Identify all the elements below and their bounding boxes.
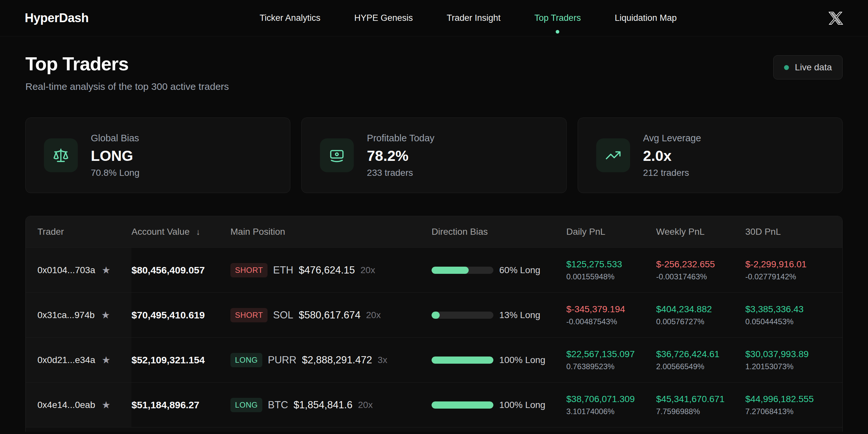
table-row[interactable]: 0x31ca...974b ★ $70,495,410.619 SHORT SO…: [26, 292, 842, 337]
bias-bar-track: [432, 356, 493, 364]
column-header-main-position[interactable]: Main Position: [230, 227, 432, 237]
page-content: Top Traders Real-time analysis of the to…: [0, 53, 868, 432]
daily-pnl-value: $38,706,071.309: [566, 394, 656, 404]
app-logo[interactable]: HyperDash: [25, 11, 89, 25]
direction-bias-cell: 100% Long: [432, 355, 566, 365]
nav-trader-insight[interactable]: Trader Insight: [446, 13, 501, 23]
daily-pnl-value: $22,567,135.097: [566, 349, 656, 360]
table-row[interactable]: 0x4e14...0eab ★ $51,184,896.27 LONG BTC …: [26, 382, 842, 427]
position-leverage: 3x: [377, 355, 387, 365]
monthly-pnl-cell: $3,385,336.43 0.05044453%: [745, 304, 842, 326]
position-leverage: 20x: [360, 265, 375, 275]
nav-ticker-analytics[interactable]: Ticker Analytics: [260, 13, 320, 23]
column-header-direction-bias[interactable]: Direction Bias: [432, 227, 566, 237]
main-position-cell: SHORT SOL $580,617.674 20x: [230, 308, 432, 322]
side-badge: LONG: [230, 398, 262, 412]
weekly-pnl-cell: $36,726,424.61 2.00566549%: [656, 349, 745, 371]
side-badge: SHORT: [230, 263, 268, 277]
active-tab-dot-icon: [556, 30, 559, 34]
stat-text-block: Avg Leverage 2.0x 212 traders: [643, 133, 701, 178]
account-value: $70,495,410.619: [131, 310, 205, 320]
weekly-pnl-cell: $45,341,670.671 7.7596988%: [656, 394, 745, 416]
daily-pnl-value: $-345,379.194: [566, 304, 656, 314]
star-icon[interactable]: ★: [101, 309, 110, 321]
trader-cell: 0x0d21...e34a ★: [26, 338, 131, 382]
star-icon[interactable]: ★: [102, 265, 111, 276]
column-header-30d-pnl[interactable]: 30D PnL: [745, 227, 842, 237]
stat-label: Avg Leverage: [643, 133, 701, 144]
star-icon[interactable]: ★: [102, 399, 111, 410]
bias-bar-fill: [432, 312, 440, 319]
table-row[interactable]: 0x0d21...e34a ★ $52,109,321.154 LONG PUR…: [26, 337, 842, 382]
trader-address: 0x0d21...e34a: [37, 355, 95, 365]
position-leverage: 20x: [358, 400, 373, 410]
banknote-icon: [320, 138, 354, 172]
page-subtitle: Real-time analysis of the top 300 active…: [25, 81, 229, 92]
table-row[interactable]: 0x0104...703a ★ $80,456,409.057 SHORT ET…: [26, 247, 842, 292]
column-header-account-value[interactable]: Account Value ↓: [131, 227, 230, 237]
bias-label: 60% Long: [499, 265, 540, 275]
account-value-cell: $51,184,896.27: [131, 400, 230, 410]
monthly-pnl-value: $30,037,993.89: [745, 349, 842, 360]
x-logo-icon[interactable]: [828, 11, 843, 26]
bias-bar-fill: [432, 401, 493, 409]
daily-pnl-value: $125,275.533: [566, 259, 656, 270]
weekly-pnl-value: $36,726,424.61: [656, 349, 745, 360]
monthly-pnl-pct: 7.27068413%: [745, 407, 842, 416]
weekly-pnl-pct: 7.7596988%: [656, 407, 745, 416]
column-header-daily-pnl[interactable]: Daily PnL: [566, 227, 656, 237]
trader-cell: 0x31ca...974b ★: [26, 293, 131, 337]
position-coin: PURR: [268, 354, 297, 366]
bias-bar-track: [432, 267, 493, 274]
nav-top-traders[interactable]: Top Traders: [534, 13, 581, 23]
stat-sub: 212 traders: [643, 168, 701, 178]
nav-liquidation-map[interactable]: Liquidation Map: [615, 13, 677, 23]
column-header-weekly-pnl[interactable]: Weekly PnL: [656, 227, 745, 237]
monthly-pnl-cell: $44,996,182.555 7.27068413%: [745, 394, 842, 416]
trader-cell: 0x0104...703a ★: [26, 248, 131, 292]
table-body: 0x0104...703a ★ $80,456,409.057 SHORT ET…: [26, 247, 842, 427]
live-dot-icon: [784, 65, 789, 70]
nav-hype-genesis[interactable]: HYPE Genesis: [354, 13, 413, 23]
bias-bar-fill: [432, 356, 493, 364]
trader-address: 0x4e14...0eab: [37, 400, 95, 410]
live-data-badge: Live data: [773, 55, 843, 80]
weekly-pnl-value: $404,234.882: [656, 304, 745, 314]
stat-label: Profitable Today: [367, 133, 434, 144]
account-value-cell: $70,495,410.619: [131, 310, 230, 321]
nav-top-traders-label: Top Traders: [534, 13, 581, 23]
star-icon[interactable]: ★: [102, 354, 111, 366]
monthly-pnl-pct: 1.20153073%: [745, 362, 842, 371]
page-title: Top Traders: [25, 53, 229, 74]
bias-bar-track: [432, 401, 493, 409]
stat-value: 2.0x: [643, 148, 701, 164]
weekly-pnl-cell: $404,234.882 0.00576727%: [656, 304, 745, 326]
account-value-cell: $52,109,321.154: [131, 354, 230, 366]
direction-bias-cell: 60% Long: [432, 265, 566, 275]
trader-cell: 0x4e14...0eab ★: [26, 382, 131, 427]
stat-value: LONG: [91, 148, 139, 164]
stat-text-block: Profitable Today 78.2% 233 traders: [367, 133, 434, 178]
monthly-pnl-cell: $30,037,993.89 1.20153073%: [745, 349, 842, 371]
daily-pnl-cell: $-345,379.194 -0.00487543%: [566, 304, 656, 326]
bias-bar-track: [432, 312, 493, 319]
monthly-pnl-cell: $-2,299,916.01 -0.02779142%: [745, 259, 842, 281]
bias-label: 100% Long: [499, 355, 546, 365]
daily-pnl-pct: 0.76389523%: [566, 362, 656, 371]
trader-address: 0x31ca...974b: [37, 310, 95, 320]
weekly-pnl-pct: 2.00566549%: [656, 362, 745, 371]
direction-bias-cell: 100% Long: [432, 400, 566, 410]
main-position-cell: LONG PURR $2,888,291.472 3x: [230, 353, 432, 367]
bias-label: 100% Long: [499, 400, 546, 410]
top-nav: HyperDash Ticker Analytics HYPE Genesis …: [0, 0, 868, 36]
account-value: $51,184,896.27: [131, 400, 199, 410]
stat-sub: 70.8% Long: [91, 168, 139, 178]
position-value: $476,624.15: [299, 265, 355, 276]
weekly-pnl-pct: -0.00317463%: [656, 272, 745, 281]
column-header-trader[interactable]: Trader: [26, 216, 131, 247]
daily-pnl-pct: -0.00487543%: [566, 317, 656, 326]
sort-desc-icon: ↓: [196, 227, 200, 237]
bias-bar-fill: [432, 267, 469, 274]
monthly-pnl-pct: 0.05044453%: [745, 317, 842, 326]
account-value-cell: $80,456,409.057: [131, 265, 230, 276]
